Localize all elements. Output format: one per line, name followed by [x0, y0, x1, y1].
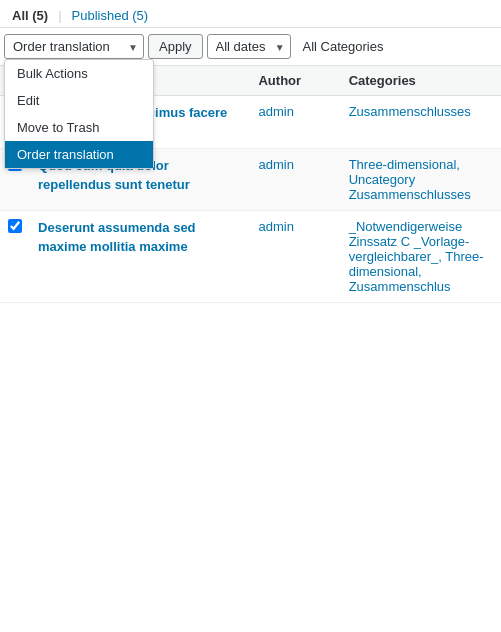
apply-button[interactable]: Apply [148, 34, 203, 59]
categories-label: All Categories [295, 35, 392, 58]
post-title[interactable]: Deserunt assumenda sed maxime mollitia m… [38, 219, 242, 255]
dropdown-item-edit[interactable]: Edit [5, 87, 153, 114]
col-author-header: Author [250, 66, 340, 96]
dropdown-item-bulk-actions[interactable]: Bulk Actions [5, 60, 153, 87]
row-title-cell: Deserunt assumenda sed maxime mollitia m… [30, 211, 250, 303]
dropdown-item-trash[interactable]: Move to Trash [5, 114, 153, 141]
tabs-bar: All (5) | Published (5) [0, 0, 501, 28]
row-categories-cell: _Notwendigerweise Zinssatz C _Vorlage-ve… [341, 211, 501, 303]
table-row: Deserunt assumenda sed maxime mollitia m… [0, 211, 501, 303]
tab-all[interactable]: All (5) [4, 4, 56, 27]
tab-separator: | [56, 8, 63, 23]
bulk-actions-wrapper: Bulk ActionsEditMove to TrashOrder trans… [4, 34, 144, 59]
row-checkbox-cell [0, 211, 30, 303]
col-categories-header: Categories [341, 66, 501, 96]
tab-published[interactable]: Published (5) [64, 4, 157, 27]
toolbar: Bulk ActionsEditMove to TrashOrder trans… [0, 28, 501, 65]
tab-all-label: All [12, 8, 29, 23]
tab-published-label: Published [72, 8, 129, 23]
bulk-actions-dropdown: Bulk Actions Edit Move to Trash Order tr… [4, 59, 154, 169]
date-select[interactable]: All dates [207, 34, 291, 59]
tab-published-count: (5) [132, 8, 148, 23]
dropdown-item-order-translation[interactable]: Order translation [5, 141, 153, 168]
row-categories-cell: Three-dimensional, Uncategory Zusammensc… [341, 149, 501, 211]
row-categories-cell: Zusammenschlusses [341, 96, 501, 149]
bulk-actions-select[interactable]: Bulk ActionsEditMove to TrashOrder trans… [4, 34, 144, 59]
row-author-cell: admin [250, 211, 340, 303]
post-title-link[interactable]: Deserunt assumenda sed maxime mollitia m… [38, 220, 196, 253]
row-checkbox[interactable] [8, 219, 22, 233]
row-author-cell: admin [250, 96, 340, 149]
row-author-cell: admin [250, 149, 340, 211]
date-select-wrapper: All dates ▼ [207, 34, 291, 59]
tab-all-count: (5) [32, 8, 48, 23]
